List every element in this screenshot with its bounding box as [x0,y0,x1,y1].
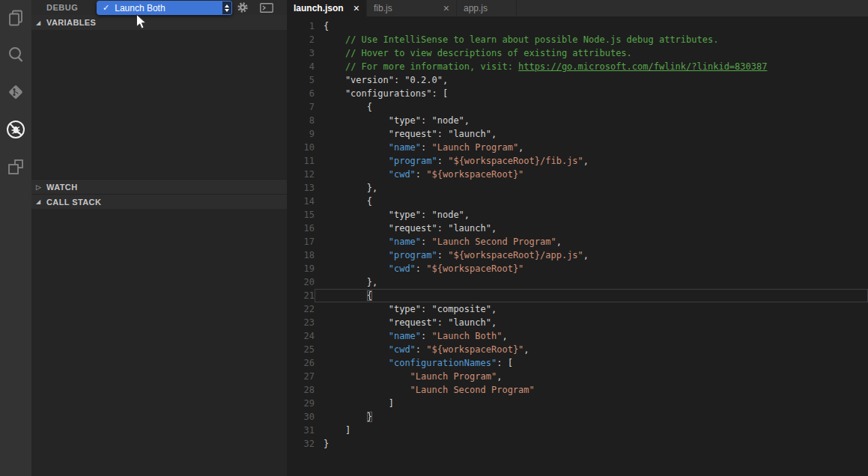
line-number[interactable]: 16 [287,222,315,235]
line-number[interactable]: 28 [287,383,315,397]
line-number[interactable]: 18 [287,248,315,262]
code-line[interactable]: 19 "cwd": "${workspaceRoot}" [287,262,868,275]
code-line[interactable]: 10 "name": "Launch Program", [287,141,868,154]
sidebar-item-explorer[interactable] [0,0,31,36]
tab-launch.json[interactable]: launch.json× [287,0,367,16]
code-line[interactable]: 5 "version": "0.2.0", [287,73,868,87]
code-line[interactable]: 18 "program": "${workspaceRoot}/app.js", [287,248,868,262]
code-line[interactable]: 2 // Use IntelliSense to learn about pos… [287,33,868,46]
tab-app.js[interactable]: app.js [457,0,517,16]
line-content[interactable]: // For more information, visit: https://… [315,60,868,73]
line-number[interactable]: 7 [287,100,315,114]
line-number[interactable]: 22 [287,302,315,316]
line-content[interactable]: "configurationNames": [ [315,356,868,370]
tab-close-icon[interactable]: × [443,3,449,13]
line-number[interactable]: 13 [287,181,315,195]
sidebar-item-extensions[interactable] [0,148,31,186]
line-number[interactable]: 4 [287,60,315,73]
line-content[interactable]: { [315,100,868,114]
call-stack-panel-body[interactable] [31,209,287,476]
selected-option[interactable]: ✓ Launch Both [97,1,225,15]
line-content[interactable]: { [315,195,868,208]
code-line[interactable]: 3 // Hover to view descriptions of exist… [287,46,868,60]
line-number[interactable]: 24 [287,329,315,343]
line-content[interactable]: "request": "launch", [315,316,868,329]
line-content[interactable]: }, [315,275,868,289]
code-line[interactable]: 17 "name": "Launch Second Program", [287,235,868,248]
line-number[interactable]: 23 [287,316,315,329]
line-number[interactable]: 1 [287,19,315,33]
sidebar-item-source-control[interactable] [0,73,31,111]
code-line[interactable]: 12 "cwd": "${workspaceRoot}" [287,168,868,181]
line-number[interactable]: 2 [287,33,315,46]
line-number[interactable]: 25 [287,343,315,356]
line-content[interactable]: "cwd": "${workspaceRoot}", [315,343,868,356]
tab-fib.js[interactable]: fib.js× [367,0,457,16]
line-number[interactable]: 32 [287,437,315,451]
line-content[interactable]: "request": "launch", [315,127,868,141]
line-content[interactable]: "type": "node", [315,114,868,127]
line-number[interactable]: 31 [287,424,315,437]
sidebar-item-search[interactable] [0,36,31,73]
code-line[interactable]: 15 "type": "node", [287,208,868,222]
section-header-variables[interactable]: ◢ VARIABLES [31,15,287,30]
code-line[interactable]: 25 "cwd": "${workspaceRoot}", [287,343,868,356]
line-number[interactable]: 10 [287,141,315,154]
code-line[interactable]: 22 "type": "composite", [287,302,868,316]
section-header-call-stack[interactable]: ◢ CALL STACK [31,194,287,209]
line-content[interactable]: // Use IntelliSense to learn about possi… [315,33,868,46]
line-content[interactable]: "name": "Launch Second Program", [315,235,868,248]
configure-button[interactable] [237,1,249,13]
line-content[interactable]: "type": "composite", [315,302,868,316]
line-number[interactable]: 27 [287,370,315,383]
code-line[interactable]: 26 "configurationNames": [ [287,356,868,370]
code-line[interactable]: 7 { [287,100,868,114]
line-content[interactable]: }, [315,181,868,195]
code-line[interactable]: 23 "request": "launch", [287,316,868,329]
line-number[interactable]: 8 [287,114,315,127]
code-line[interactable]: 30 } [287,410,868,424]
line-content[interactable]: } [315,437,868,451]
line-number[interactable]: 6 [287,87,315,100]
line-content[interactable]: { [315,19,868,33]
line-content[interactable]: "program": "${workspaceRoot}/app.js", [315,248,868,262]
line-content[interactable]: } [315,410,868,424]
code-line[interactable]: 11 "program": "${workspaceRoot}/fib.js", [287,154,868,168]
line-number[interactable]: 14 [287,195,315,208]
line-content[interactable]: { [315,289,868,302]
line-number[interactable]: 11 [287,154,315,168]
line-number[interactable]: 12 [287,168,315,181]
code-line[interactable]: 8 "type": "node", [287,114,868,127]
variables-panel-body[interactable] [31,30,287,179]
debug-console-button[interactable] [260,3,273,13]
line-content[interactable]: "type": "node", [315,208,868,222]
code-line[interactable]: 24 "name": "Launch Both", [287,329,868,343]
code-line[interactable]: 6 "configurations": [ [287,87,868,100]
line-number[interactable]: 19 [287,262,315,275]
code-line[interactable]: 27 "Launch Program", [287,370,868,383]
code-line[interactable]: 20 }, [287,275,868,289]
line-content[interactable]: // Hover to view descriptions of existin… [315,46,868,60]
select-stepper-icon[interactable] [222,1,232,15]
code-line[interactable]: 32} [287,437,868,451]
code-line[interactable]: 16 "request": "launch", [287,222,868,235]
code-line[interactable]: 14 { [287,195,868,208]
line-number[interactable]: 26 [287,356,315,370]
line-number[interactable]: 17 [287,235,315,248]
line-content[interactable]: "Launch Second Program" [315,383,868,397]
code-line[interactable]: 4 // For more information, visit: https:… [287,60,868,73]
code-line[interactable]: 21 { [287,289,868,302]
line-number[interactable]: 30 [287,410,315,424]
line-content[interactable]: "cwd": "${workspaceRoot}" [315,262,868,275]
line-number[interactable]: 21 [287,289,315,302]
tab-close-icon[interactable]: × [353,3,359,13]
code-line[interactable]: 28 "Launch Second Program" [287,383,868,397]
line-content[interactable]: "program": "${workspaceRoot}/fib.js", [315,154,868,168]
line-content[interactable]: "cwd": "${workspaceRoot}" [315,168,868,181]
debug-config-select[interactable]: ✓ Launch Both [97,1,232,15]
line-number[interactable]: 29 [287,397,315,410]
code-line[interactable]: 31 ] [287,424,868,437]
code-line[interactable]: 13 }, [287,181,868,195]
line-content[interactable]: ] [315,424,868,437]
line-number[interactable]: 9 [287,127,315,141]
